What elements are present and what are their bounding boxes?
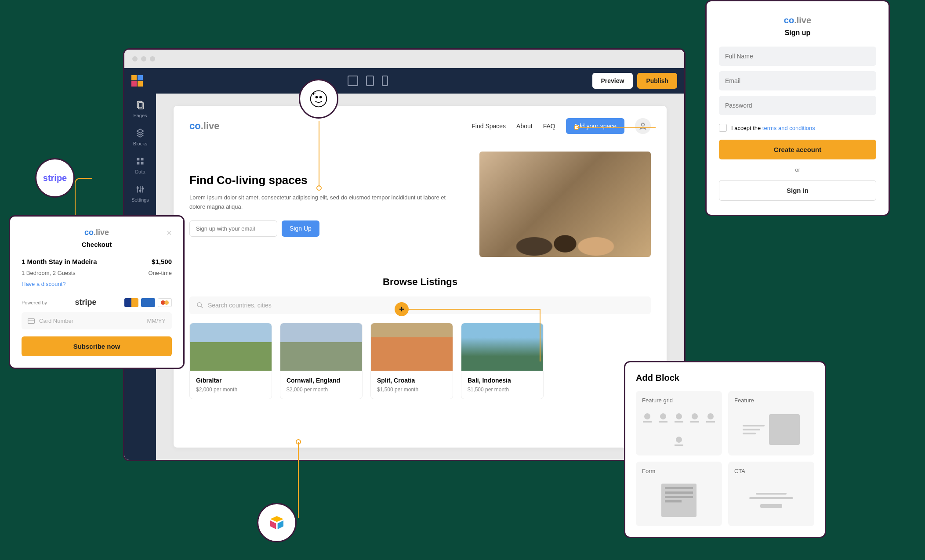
app-logo xyxy=(131,75,144,87)
window-chrome xyxy=(124,50,684,68)
sidebar-label: Blocks xyxy=(133,141,147,146)
svg-rect-15 xyxy=(28,318,35,323)
listing-card[interactable]: Bali, Indonesia $1,500 per month xyxy=(461,323,544,399)
traffic-light-zoom[interactable] xyxy=(150,56,155,61)
sidebar-item-settings[interactable]: Settings xyxy=(131,184,149,202)
svg-point-18 xyxy=(316,96,318,99)
user-avatar[interactable] xyxy=(635,118,651,134)
stripe-badge: stripe xyxy=(35,158,75,198)
listing-image xyxy=(280,323,362,371)
or-divider: or xyxy=(719,166,876,173)
terms-link[interactable]: terms and conditions xyxy=(762,125,815,131)
checkout-item-price: $1,500 xyxy=(152,258,172,265)
airtable-badge xyxy=(257,503,297,542)
settings-icon xyxy=(135,184,145,195)
listing-image xyxy=(190,323,272,371)
add-block-title: Add Block xyxy=(636,373,814,383)
browse-title: Browse Listings xyxy=(189,276,651,288)
airtable-icon xyxy=(268,514,286,531)
listing-card[interactable]: Gibraltar $2,000 per month xyxy=(189,323,272,399)
search-icon xyxy=(196,302,203,309)
svg-rect-5 xyxy=(141,162,144,165)
pages-icon xyxy=(135,100,145,110)
subscribe-button[interactable]: Subscribe now xyxy=(22,336,172,356)
site-header: co.live Find Spaces About FAQ Add your s… xyxy=(189,118,651,134)
hero-email-input[interactable] xyxy=(189,220,277,237)
block-tile-cta[interactable]: CTA xyxy=(728,462,814,526)
payment-card-logos xyxy=(124,298,172,307)
block-tile-label: Feature grid xyxy=(642,397,716,404)
user-icon xyxy=(638,122,647,130)
mailchimp-badge xyxy=(299,79,338,119)
block-tile-label: Form xyxy=(642,468,716,474)
svg-point-10 xyxy=(139,190,141,191)
full-name-input[interactable] xyxy=(719,47,876,66)
listing-image xyxy=(461,323,543,371)
stripe-logo: stripe xyxy=(43,173,67,183)
mailchimp-icon xyxy=(309,89,328,108)
block-tile-label: Feature xyxy=(734,397,808,404)
svg-point-13 xyxy=(197,303,201,307)
block-tile-feature-grid[interactable]: Feature grid xyxy=(636,391,722,455)
svg-point-11 xyxy=(142,188,143,189)
card-placeholder: Card Number xyxy=(39,318,73,324)
site-preview: co.live Find Spaces About FAQ Add your s… xyxy=(174,106,667,448)
mastercard-icon xyxy=(158,298,172,307)
publish-button[interactable]: Publish xyxy=(637,73,677,89)
terms-checkbox[interactable] xyxy=(719,124,727,132)
preview-button[interactable]: Preview xyxy=(592,73,633,89)
hero-signup-button[interactable]: Sign Up xyxy=(282,220,319,237)
listing-card[interactable]: Split, Croatia $1,500 per month xyxy=(370,323,453,399)
svg-rect-2 xyxy=(137,158,140,161)
listing-price: $1,500 per month xyxy=(468,387,537,393)
tablet-icon[interactable] xyxy=(366,76,374,86)
editor-window: Preview Publish Pages Blocks Data Settin… xyxy=(123,48,686,461)
sidebar-item-data[interactable]: Data xyxy=(135,156,145,174)
visa-icon xyxy=(124,298,138,307)
add-block-plus-icon[interactable]: + xyxy=(395,302,409,316)
signin-button[interactable]: Sign in xyxy=(719,180,876,201)
search-placeholder: Search countries, cities xyxy=(208,302,272,309)
password-input[interactable] xyxy=(719,96,876,115)
data-icon xyxy=(135,156,145,166)
svg-line-14 xyxy=(201,306,203,308)
checkout-title: Checkout xyxy=(22,241,172,248)
listing-card[interactable]: Cornwall, England $2,000 per month xyxy=(280,323,363,399)
checkout-logo: co.live xyxy=(84,228,109,237)
listing-image xyxy=(371,323,453,371)
listing-title: Cornwall, England xyxy=(287,377,356,384)
close-icon[interactable]: × xyxy=(167,228,172,238)
sidebar-label: Pages xyxy=(133,113,147,118)
device-preview-switcher xyxy=(144,76,592,86)
listings-row: Gibraltar $2,000 per month Cornwall, Eng… xyxy=(189,323,651,399)
amex-icon xyxy=(141,298,155,307)
block-tile-form[interactable]: Form xyxy=(636,462,722,526)
checkout-panel: co.live × Checkout 1 Month Stay in Madei… xyxy=(9,215,185,369)
editor-canvas: co.live Find Spaces About FAQ Add your s… xyxy=(156,94,684,460)
email-input[interactable] xyxy=(719,71,876,90)
discount-link[interactable]: Have a discount? xyxy=(22,281,172,287)
hero-title: Find Co-living spaces xyxy=(189,173,462,187)
create-account-button[interactable]: Create account xyxy=(719,140,876,159)
hero-image xyxy=(479,152,651,257)
listing-title: Gibraltar xyxy=(196,377,265,384)
traffic-light-minimize[interactable] xyxy=(141,56,146,61)
nav-about[interactable]: About xyxy=(516,123,533,130)
listing-price: $2,000 per month xyxy=(196,387,265,393)
traffic-light-close[interactable] xyxy=(132,56,138,61)
card-number-input[interactable]: Card Number MM/YY xyxy=(22,312,172,329)
svg-point-9 xyxy=(137,187,138,188)
nav-find-spaces[interactable]: Find Spaces xyxy=(472,123,506,130)
search-bar[interactable]: Search countries, cities xyxy=(189,296,651,314)
listing-price: $1,500 per month xyxy=(377,387,446,393)
card-icon xyxy=(28,318,35,324)
sidebar-item-blocks[interactable]: Blocks xyxy=(133,128,147,146)
signup-logo: co.live xyxy=(719,15,876,25)
sidebar-item-pages[interactable]: Pages xyxy=(133,100,147,118)
logo-text-live: .live xyxy=(201,120,220,131)
desktop-icon[interactable] xyxy=(348,76,358,86)
phone-icon[interactable] xyxy=(382,76,388,86)
listing-price: $2,000 per month xyxy=(287,387,356,393)
nav-faq[interactable]: FAQ xyxy=(543,123,555,130)
block-tile-feature[interactable]: Feature xyxy=(728,391,814,455)
